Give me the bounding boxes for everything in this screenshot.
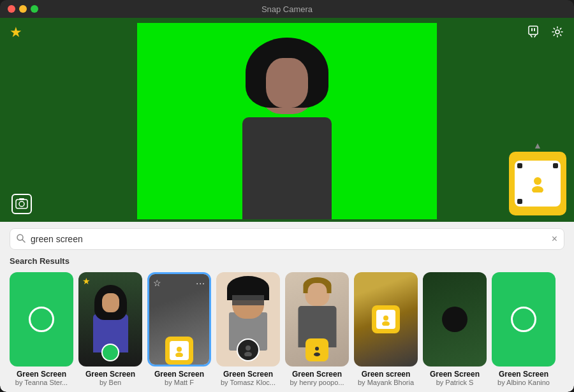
search-results-label: Search Results bbox=[10, 256, 564, 266]
svg-point-14 bbox=[244, 352, 252, 356]
lens-name: Green Screen bbox=[78, 370, 142, 379]
lens-thumbnail bbox=[354, 272, 418, 367]
thumb-bg bbox=[354, 272, 418, 367]
svg-rect-0 bbox=[529, 26, 538, 34]
minimize-button[interactable] bbox=[19, 5, 27, 13]
settings-button[interactable] bbox=[548, 23, 566, 41]
video-feed bbox=[137, 23, 437, 219]
face-shape bbox=[232, 284, 264, 319]
favorites-star-icon[interactable]: ★ bbox=[10, 24, 22, 41]
snapcode-overlay bbox=[165, 337, 193, 365]
svg-point-17 bbox=[314, 352, 320, 356]
bottom-panel: × Search Results Green Screen by Teanna … bbox=[0, 222, 574, 392]
snapcode-qr bbox=[515, 161, 561, 207]
video-person-body bbox=[242, 117, 332, 219]
lens-circle-icon bbox=[511, 307, 536, 332]
lens-author: by Tomasz Kloc... bbox=[216, 379, 280, 386]
svg-rect-2 bbox=[534, 28, 535, 31]
lens-circle-icon bbox=[442, 307, 467, 332]
maximize-button[interactable] bbox=[31, 5, 38, 13]
lens-card[interactable]: Green Screen by henry poopo... bbox=[285, 272, 349, 386]
svg-point-3 bbox=[556, 30, 559, 34]
card-more-button[interactable]: ··· bbox=[196, 278, 205, 288]
lens-name: Green Screen bbox=[285, 370, 349, 379]
twitch-button[interactable] bbox=[524, 23, 542, 41]
lens-author: by Mayank Bhoria bbox=[354, 379, 418, 386]
snapcode-panel[interactable]: ▲ bbox=[509, 152, 566, 215]
thumb-bg bbox=[492, 272, 556, 367]
card-star-filled: ★ bbox=[82, 276, 91, 286]
woman-head bbox=[99, 290, 122, 314]
lens-card[interactable]: Green Screen by Tomasz Kloc... bbox=[216, 272, 280, 386]
man-face bbox=[307, 283, 327, 304]
camera-area: ★ bbox=[0, 18, 574, 222]
svg-point-7 bbox=[19, 201, 24, 207]
title-bar: Snap Camera bbox=[0, 0, 574, 18]
lens-circle-icon bbox=[29, 307, 54, 332]
lens-thumbnail bbox=[492, 272, 556, 367]
lens-card[interactable]: ★ Green Screen by Ben bbox=[78, 272, 142, 386]
search-clear-button[interactable]: × bbox=[552, 233, 557, 245]
eye-bar bbox=[232, 295, 264, 305]
video-person bbox=[223, 31, 351, 219]
window-controls bbox=[8, 5, 38, 13]
video-person-face bbox=[266, 58, 308, 108]
top-right-controls bbox=[524, 23, 566, 41]
lens-name: Green screen bbox=[354, 370, 418, 379]
svg-point-11 bbox=[177, 347, 182, 352]
snapcode-overlay bbox=[372, 305, 400, 333]
lens-thumbnail bbox=[10, 272, 73, 367]
search-icon bbox=[17, 234, 26, 245]
snapcode-corner-tr bbox=[553, 163, 558, 168]
lens-thumbnail: ★ bbox=[78, 272, 142, 367]
thumb-bg bbox=[10, 272, 73, 367]
search-input[interactable] bbox=[31, 234, 552, 244]
video-person-head bbox=[258, 50, 316, 114]
lens-thumbnail-selected: ☆ ··· bbox=[147, 272, 211, 367]
shutter-button[interactable] bbox=[11, 194, 32, 214]
lens-thumbnail bbox=[423, 272, 487, 367]
lens-card[interactable]: Green Screen by Teanna Ster... bbox=[10, 272, 73, 386]
app-title: Snap Camera bbox=[261, 4, 313, 14]
svg-rect-8 bbox=[19, 198, 24, 200]
lens-card[interactable]: Green screen by Mayank Bhoria bbox=[354, 272, 418, 386]
snapcode-inner bbox=[376, 310, 395, 329]
lens-name: Green Screen bbox=[423, 370, 487, 379]
lens-card[interactable]: Green Screen by Albino Kanino bbox=[492, 272, 556, 386]
lens-name: Green Screen bbox=[216, 370, 280, 379]
svg-point-16 bbox=[315, 347, 319, 351]
snapcode-arrow: ▲ bbox=[533, 140, 542, 150]
card-avatar bbox=[101, 344, 119, 361]
svg-rect-1 bbox=[531, 28, 533, 31]
svg-point-19 bbox=[382, 321, 390, 326]
card-sticker bbox=[305, 338, 328, 361]
lens-card[interactable]: Green Screen by Patrick S bbox=[423, 272, 487, 386]
lens-author: by henry poopo... bbox=[285, 379, 349, 386]
snapcode-corner-tl bbox=[517, 163, 522, 168]
lens-thumbnail bbox=[216, 272, 280, 367]
lens-author: by Ben bbox=[78, 379, 142, 386]
svg-point-18 bbox=[383, 316, 388, 321]
svg-rect-6 bbox=[16, 200, 27, 208]
close-button[interactable] bbox=[8, 5, 15, 13]
lens-name: Green Screen bbox=[492, 370, 556, 379]
snapcode-corner-bl bbox=[517, 199, 522, 204]
card-avatar bbox=[237, 338, 260, 361]
snapcode-inner bbox=[170, 341, 189, 360]
lens-author: by Teanna Ster... bbox=[10, 379, 73, 386]
lens-author: by Albino Kanino bbox=[492, 379, 556, 386]
woman-face bbox=[102, 293, 119, 312]
search-bar: × bbox=[10, 228, 564, 250]
lens-author: by Matt F bbox=[147, 379, 211, 386]
lens-name: Green Screen bbox=[10, 370, 73, 379]
lens-author: by Patrick S bbox=[423, 379, 487, 386]
svg-line-10 bbox=[22, 240, 25, 242]
lens-thumbnail bbox=[285, 272, 349, 367]
card-star-outline: ☆ bbox=[153, 278, 161, 288]
svg-point-12 bbox=[175, 352, 183, 357]
svg-point-4 bbox=[534, 177, 541, 185]
svg-point-5 bbox=[532, 186, 543, 192]
thumb-bg bbox=[423, 272, 487, 367]
svg-point-13 bbox=[246, 345, 251, 351]
lens-card[interactable]: ☆ ··· Green Screen by Matt F bbox=[147, 272, 211, 386]
